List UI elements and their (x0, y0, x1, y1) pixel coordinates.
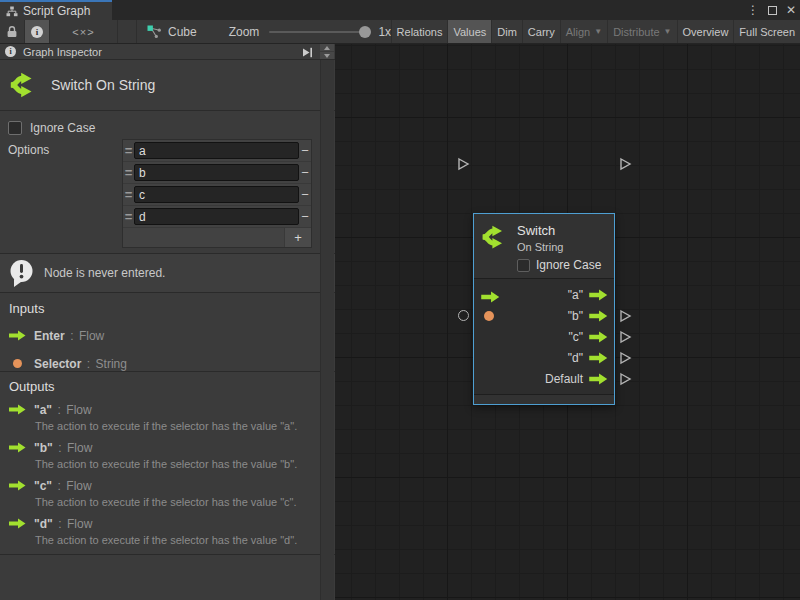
port-label: Default (545, 372, 583, 386)
toolbar-spacer (118, 20, 137, 43)
enter-connection-point[interactable] (457, 157, 470, 171)
info-icon: i (31, 26, 43, 38)
port-description: The action to execute if the selector ha… (35, 420, 335, 432)
option-value-input[interactable] (134, 164, 299, 181)
graph-inspector-title: Graph Inspector (23, 46, 102, 58)
output-port-c[interactable]: "c" (568, 326, 608, 347)
warning-bubble-icon (8, 259, 35, 288)
node-ignore-case-checkbox[interactable] (517, 259, 530, 272)
output-port-default[interactable]: Default (545, 368, 608, 389)
option-value-input[interactable] (134, 186, 299, 203)
edit-script-button[interactable]: <×> (50, 20, 118, 43)
output-port-b[interactable]: "b" (568, 305, 608, 326)
drag-handle-icon[interactable]: = (123, 165, 134, 180)
carry-button[interactable]: Carry (523, 20, 561, 43)
output-port-a[interactable]: "a" (568, 284, 608, 305)
options-footer: + (123, 228, 311, 247)
port-type: Flow (67, 517, 92, 531)
switch-unit-icon (9, 70, 39, 100)
unit-title: Switch On String (51, 77, 155, 93)
unit-title-section: Switch On String (0, 60, 335, 111)
port-separator: : (58, 517, 61, 531)
drag-handle-icon[interactable]: = (123, 143, 134, 158)
flow-arrow-icon (9, 480, 26, 491)
lock-button[interactable] (0, 20, 25, 43)
output-port-d[interactable]: "d" (568, 347, 608, 368)
distribute-dropdown[interactable]: Distribute ▼ (608, 20, 677, 43)
option-value-input[interactable] (134, 142, 299, 159)
fullscreen-button[interactable]: Full Screen (734, 20, 800, 43)
node-body: "a" "b" "c" (474, 279, 614, 389)
inspector-scrollbar[interactable] (320, 60, 334, 600)
values-button[interactable]: Values (448, 20, 492, 43)
node-port-row: "b" (474, 305, 614, 326)
node-ignore-case-label: Ignore Case (536, 258, 601, 272)
ignore-case-checkbox[interactable] (8, 121, 22, 135)
graph-inspector-header: i Graph Inspector (0, 44, 335, 60)
tab-script-graph[interactable]: Script Graph (0, 0, 112, 20)
port-name: Selector (34, 357, 81, 371)
switch-on-string-node[interactable]: Switch On String Ignore Case "a" (473, 213, 615, 405)
flow-arrow-icon (589, 289, 608, 301)
graph-canvas[interactable]: Switch On String Ignore Case "a" (335, 44, 800, 600)
node-port-row: "d" (474, 347, 614, 368)
graph-hierarchy-icon (6, 6, 18, 17)
node-header[interactable]: Switch On String Ignore Case (474, 214, 614, 279)
port-label: "d" (568, 351, 583, 365)
maximize-icon[interactable] (768, 6, 777, 15)
triangle-down-icon (324, 54, 330, 58)
window-menu-icon[interactable]: ⋮ (747, 3, 759, 17)
close-icon[interactable]: ✕ (786, 3, 796, 17)
remove-option-button[interactable]: − (299, 143, 311, 158)
zoom-control: Zoom 1x (229, 20, 391, 43)
port-name: "d" (34, 517, 53, 531)
scroll-up-button[interactable] (320, 44, 334, 51)
option-item: = − (123, 184, 311, 206)
align-dropdown[interactable]: Align ▼ (561, 20, 608, 43)
flow-arrow-icon (589, 331, 608, 343)
output-d-connection-point[interactable] (619, 351, 632, 365)
dock-panel-icon[interactable] (302, 47, 313, 58)
relations-button[interactable]: Relations (392, 20, 449, 43)
flow-arrow-icon (9, 404, 26, 415)
remove-option-button[interactable]: − (299, 165, 311, 180)
add-option-button[interactable]: + (284, 228, 311, 247)
output-b-connection-point[interactable] (619, 309, 632, 323)
scroll-down-button[interactable] (320, 52, 334, 59)
port-type: Flow (66, 403, 91, 417)
output-c-connection-point[interactable] (619, 330, 632, 344)
port-separator: : (58, 403, 61, 417)
port-type: Flow (67, 441, 92, 455)
graph-target-label: Cube (168, 25, 197, 39)
script-graph-window: Script Graph ⋮ ✕ i <×> (0, 0, 800, 600)
zoom-label: Zoom (229, 25, 260, 39)
drag-handle-icon[interactable]: = (123, 187, 134, 202)
flow-arrow-icon (9, 330, 26, 341)
output-port-a: "a" : Flow (9, 400, 335, 418)
zoom-slider-handle[interactable] (359, 26, 371, 38)
selector-connection-point[interactable] (458, 310, 469, 321)
zoom-slider[interactable] (269, 31, 369, 33)
outputs-header: Outputs (9, 379, 335, 394)
overview-button[interactable]: Overview (678, 20, 735, 43)
remove-option-button[interactable]: − (299, 187, 311, 202)
inspector-empty-area (0, 554, 335, 600)
graph-target-breadcrumb[interactable]: Cube (137, 20, 207, 43)
dim-button[interactable]: Dim (492, 20, 523, 43)
unit-properties-section: Ignore Case Options = − = − (0, 111, 335, 253)
toolbar-right: Relations Values Dim Carry Align ▼ Distr… (391, 20, 800, 43)
option-value-input[interactable] (134, 208, 299, 225)
port-separator: : (58, 441, 61, 455)
script-graph-asset-icon (147, 25, 162, 39)
node-footer (474, 394, 614, 404)
output-a-connection-point[interactable] (619, 157, 632, 171)
remove-option-button[interactable]: − (299, 209, 311, 224)
selector-port-icon[interactable] (484, 311, 494, 321)
inspector-toggle-button[interactable]: i (25, 20, 50, 43)
option-item: = − (123, 162, 311, 184)
drag-handle-icon[interactable]: = (123, 209, 134, 224)
output-default-connection-point[interactable] (619, 372, 632, 386)
align-label: Align (566, 26, 590, 38)
toolbar-left: i <×> Cube Zoom 1x (0, 20, 391, 43)
chevron-down-icon: ▼ (594, 27, 602, 36)
